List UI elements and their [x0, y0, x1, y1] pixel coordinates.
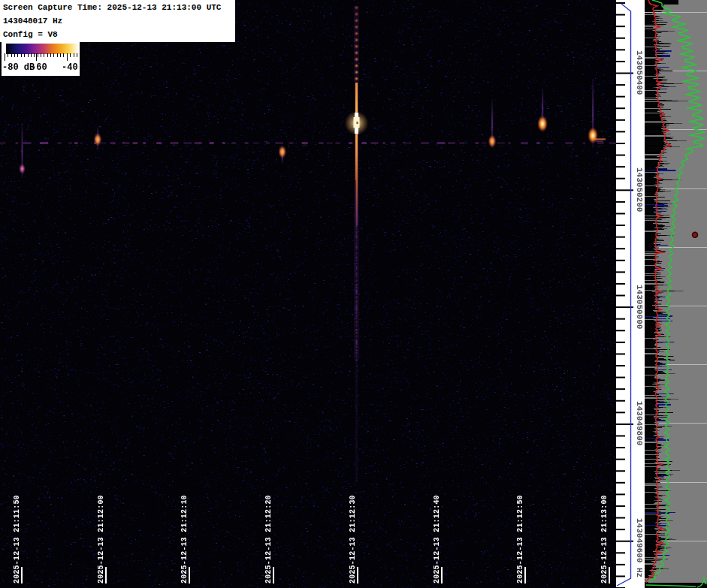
color-scale-legend: -80 dB -60 -40 — [2, 42, 80, 76]
time-axis-tick — [105, 567, 107, 583]
frequency-axis-label: 143049800 — [635, 401, 644, 445]
colormap-ticks — [2, 53, 80, 62]
side-spectrum-canvas — [645, 0, 707, 588]
time-axis-label: 2025-12-13 21:12:30 — [349, 495, 357, 583]
colormap-gradient — [6, 44, 79, 54]
time-axis-tick — [609, 567, 610, 583]
capture-info-box: Screen Capture Time: 2025-12-13 21:13:00… — [0, 0, 235, 42]
time-axis-tick — [273, 567, 274, 583]
db-label-mid: -60 — [31, 62, 47, 73]
time-axis-label: 2025-12-13 21:12:00 — [97, 495, 105, 583]
time-axis-label: 2025-12-13 21:12:50 — [516, 495, 524, 583]
db-label-max: -40 — [62, 62, 78, 73]
db-label-min: -80 dB — [2, 62, 35, 73]
time-axis-tick — [21, 567, 23, 583]
tuned-frequency-text: 143048017 Hz — [3, 14, 235, 28]
frequency-axis-label: 143050000 — [635, 285, 644, 329]
colormap-labels: -80 dB -60 -40 — [2, 62, 80, 74]
time-axis-tick — [357, 567, 358, 583]
time-axis-tick — [189, 567, 190, 583]
spectrum-capture-page: Screen Capture Time: 2025-12-13 21:13:00… — [0, 0, 707, 588]
capture-time-text: Screen Capture Time: 2025-12-13 21:13:00… — [3, 1, 235, 14]
time-axis-label: 2025-12-13 21:12:40 — [433, 495, 441, 583]
time-axis-label: 2025-12-13 21:11:50 — [13, 495, 21, 583]
time-axis-label: 2025-12-13 21:12:20 — [264, 495, 273, 583]
frequency-axis-label: 143050400 — [635, 50, 644, 95]
time-axis-tick — [441, 567, 443, 583]
time-axis-label: 2025-12-13 21:13:00 — [600, 495, 609, 583]
time-axis-tick — [524, 567, 526, 583]
frequency-axis-label: 143050200 — [635, 167, 644, 212]
config-text: Config = V8 — [3, 28, 235, 41]
time-axis-label: 2025-12-13 21:12:10 — [180, 495, 189, 583]
frequency-axis-label: 143049600 Hz — [635, 518, 644, 577]
